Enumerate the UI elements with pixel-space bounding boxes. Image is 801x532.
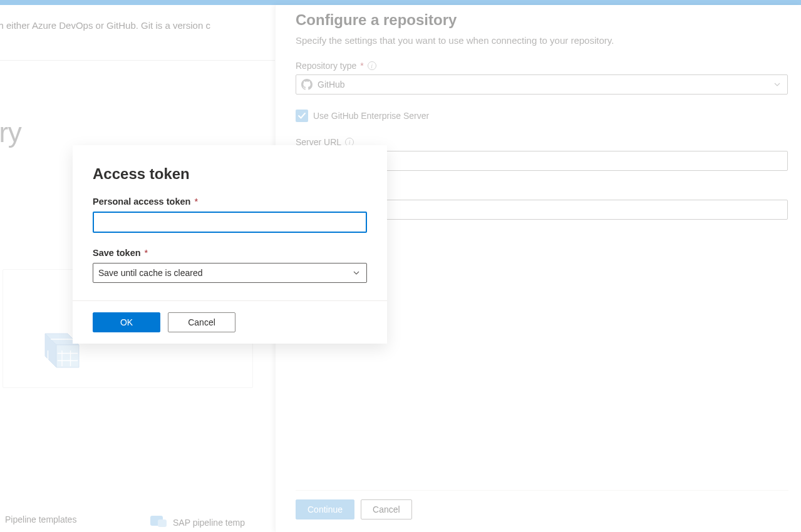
required-asterisk: *	[360, 61, 363, 71]
github-icon	[301, 79, 313, 90]
pat-input[interactable]	[93, 212, 367, 233]
background-title: DataFactory	[0, 117, 21, 148]
top-bar	[0, 0, 801, 5]
chevron-down-icon	[353, 269, 360, 277]
save-token-value: Save until cache is cleared	[98, 268, 203, 278]
panel-cancel-button[interactable]: Cancel	[361, 499, 412, 519]
use-enterprise-label: Use GitHub Enterprise Server	[313, 111, 429, 121]
background-template-2: SAP pipeline temp	[150, 514, 245, 530]
info-icon[interactable]: i	[368, 61, 376, 70]
background-template-2-label: SAP pipeline temp	[173, 518, 245, 528]
repo-type-label: Repository type * i	[296, 61, 788, 71]
svg-marker-2	[56, 345, 79, 367]
chevron-down-icon	[773, 81, 781, 88]
background-separator	[0, 60, 276, 61]
background-template-1: Pipeline templates	[5, 514, 76, 524]
template-icon	[150, 514, 168, 530]
ok-button[interactable]: OK	[93, 312, 160, 332]
modal-cancel-button[interactable]: Cancel	[168, 312, 235, 332]
required-asterisk: *	[145, 248, 148, 258]
save-token-select[interactable]: Save until cache is cleared	[93, 263, 367, 283]
background-intro-text: tory with either Azure DevOps or GitHub.…	[0, 20, 210, 31]
continue-button[interactable]: Continue	[296, 499, 354, 519]
repo-type-select[interactable]: GitHub	[296, 74, 788, 95]
repo-type-value: GitHub	[318, 79, 345, 90]
save-token-label: Save token *	[93, 248, 367, 258]
modal-title: Access token	[93, 165, 367, 183]
panel-title: Configure a repository	[296, 11, 788, 29]
access-token-modal: Access token Personal access token * Sav…	[73, 145, 387, 344]
svg-rect-10	[158, 519, 167, 527]
required-asterisk: *	[194, 197, 198, 207]
use-enterprise-checkbox[interactable]	[296, 110, 308, 122]
pat-label: Personal access token *	[93, 197, 367, 207]
modal-footer: OK Cancel	[73, 300, 387, 344]
panel-footer: Continue Cancel	[296, 490, 788, 519]
use-enterprise-row[interactable]: Use GitHub Enterprise Server	[296, 110, 788, 122]
panel-subtitle: Specify the settings that you want to us…	[296, 35, 788, 46]
